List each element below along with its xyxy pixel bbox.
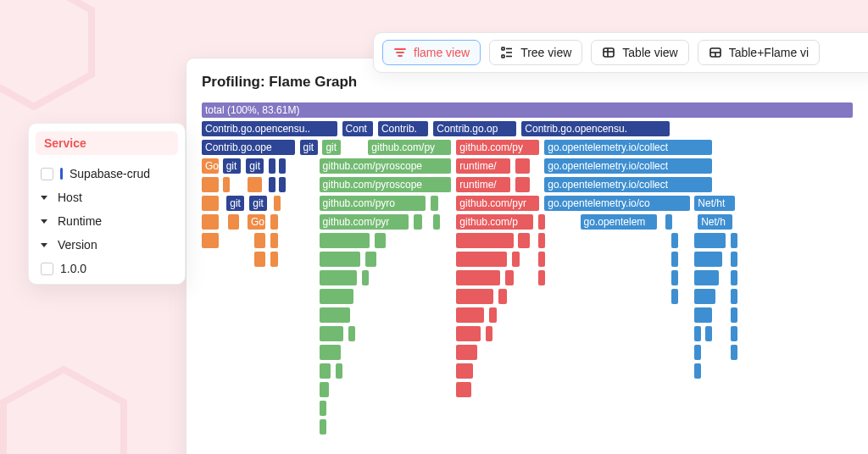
flame-cell[interactable] [270, 214, 279, 230]
flame-cell[interactable]: go.opentelemetry.io/collect [544, 140, 712, 155]
flame-cell[interactable]: runtime/ [456, 177, 509, 192]
flame-cell[interactable] [348, 326, 355, 341]
flame-cell[interactable]: Go [202, 158, 219, 174]
flame-cell[interactable]: github.com/py [456, 140, 539, 155]
flame-cell[interactable] [731, 289, 737, 304]
flame-cell[interactable]: go.opentelemetry.io/co [544, 196, 689, 211]
flame-cell[interactable] [320, 289, 353, 304]
flame-cell[interactable]: github.com/py [368, 140, 451, 155]
flame-cell[interactable]: Contrib.go.op [433, 121, 516, 136]
flame-cell[interactable] [202, 196, 219, 211]
flame-cell[interactable]: git [246, 158, 264, 174]
flame-cell[interactable] [320, 345, 341, 360]
flame-cell[interactable] [320, 363, 331, 379]
flame-cell[interactable]: total (100%, 83.61M) [202, 102, 853, 118]
flame-cell[interactable] [456, 345, 477, 360]
flame-cell[interactable]: Contrib.go.ope [202, 140, 295, 155]
flame-cell[interactable]: git [249, 196, 267, 211]
flame-cell[interactable] [518, 233, 529, 248]
flame-cell[interactable] [498, 289, 507, 304]
flame-cell[interactable]: github.com/pyr [320, 214, 409, 230]
flame-cell[interactable]: go.opentelem [581, 214, 657, 230]
flame-cell[interactable] [320, 233, 370, 248]
flame-cell[interactable]: Contrib. [378, 121, 429, 136]
flame-cell[interactable] [456, 382, 470, 397]
flame-cell[interactable] [694, 289, 715, 304]
flame-graph[interactable]: total (100%, 83.61M)Contrib.go.opencensu… [202, 102, 865, 454]
flame-cell[interactable] [671, 233, 678, 248]
flame-cell[interactable] [694, 363, 701, 379]
checkbox-icon[interactable] [41, 168, 53, 180]
flame-cell[interactable] [505, 270, 514, 285]
flame-cell[interactable] [515, 177, 530, 192]
flame-cell[interactable] [512, 252, 520, 267]
flame-cell[interactable] [320, 326, 344, 341]
filter-header-service[interactable]: Service [36, 131, 178, 155]
flame-cell[interactable] [375, 233, 386, 248]
flame-cell[interactable] [731, 233, 737, 248]
flame-cell[interactable] [431, 196, 439, 211]
flame-cell[interactable] [515, 158, 530, 174]
flame-cell[interactable]: github.com/pyroscope [320, 158, 452, 174]
flame-cell[interactable] [202, 177, 219, 192]
view-table-flame-button[interactable]: Table+Flame vi [698, 40, 821, 65]
flame-cell[interactable] [538, 252, 545, 267]
flame-cell[interactable] [279, 158, 286, 174]
checkbox-icon[interactable] [41, 263, 53, 275]
flame-cell[interactable] [433, 214, 440, 230]
flame-cell[interactable] [456, 252, 507, 267]
flame-cell[interactable]: Contrib.go.opencensu. [521, 121, 670, 136]
flame-cell[interactable] [320, 252, 360, 267]
flame-cell[interactable] [228, 214, 239, 230]
flame-cell[interactable] [320, 307, 351, 323]
flame-cell[interactable] [279, 177, 286, 192]
flame-cell[interactable] [269, 158, 275, 174]
filter-group-runtime[interactable]: Runtime [29, 209, 185, 233]
filter-group-host[interactable]: Host [29, 185, 185, 209]
flame-cell[interactable] [456, 363, 473, 379]
flame-cell[interactable] [694, 326, 701, 341]
flame-cell[interactable] [254, 233, 265, 248]
flame-cell[interactable] [456, 326, 481, 341]
flame-cell[interactable] [731, 270, 737, 285]
filter-group-version[interactable]: Version [29, 233, 185, 257]
flame-cell[interactable] [274, 196, 281, 211]
flame-cell[interactable] [248, 177, 262, 192]
flame-cell[interactable] [538, 214, 545, 230]
view-table-button[interactable]: Table view [591, 40, 688, 65]
flame-cell[interactable] [269, 177, 275, 192]
flame-cell[interactable] [694, 252, 722, 267]
flame-cell[interactable] [705, 326, 712, 341]
flame-cell[interactable]: github.com/p [456, 214, 532, 230]
flame-cell[interactable] [731, 345, 737, 360]
flame-cell[interactable]: git [322, 140, 340, 155]
flame-cell[interactable] [671, 252, 678, 267]
flame-cell[interactable] [270, 252, 279, 267]
filter-item-version[interactable]: 1.0.0 [29, 257, 185, 280]
flame-cell[interactable] [731, 252, 737, 267]
flame-cell[interactable] [671, 289, 678, 304]
flame-cell[interactable] [320, 401, 326, 416]
flame-cell[interactable]: Contrib.go.opencensu.. [202, 121, 337, 136]
view-flame-button[interactable]: flame view [382, 40, 481, 65]
flame-cell[interactable] [336, 363, 342, 379]
flame-cell[interactable] [270, 233, 279, 248]
flame-cell[interactable]: github.com/pyroscope [320, 177, 452, 192]
flame-cell[interactable]: git [226, 196, 244, 211]
flame-cell[interactable]: Go [248, 214, 265, 230]
flame-cell[interactable] [731, 307, 737, 323]
flame-cell[interactable] [414, 214, 422, 230]
flame-cell[interactable] [731, 326, 737, 341]
flame-cell[interactable] [456, 289, 493, 304]
flame-cell[interactable]: github.com/pyr [456, 196, 539, 211]
flame-cell[interactable] [694, 233, 726, 248]
flame-cell[interactable]: go.opentelemetry.io/collect [544, 177, 712, 192]
flame-cell[interactable] [486, 326, 492, 341]
flame-cell[interactable] [320, 419, 326, 435]
flame-cell[interactable] [202, 214, 219, 230]
flame-cell[interactable] [362, 270, 369, 285]
flame-cell[interactable]: Net/ht [694, 196, 735, 211]
flame-cell[interactable]: Cont [342, 121, 374, 136]
flame-cell[interactable] [665, 214, 672, 230]
flame-cell[interactable] [223, 177, 230, 192]
